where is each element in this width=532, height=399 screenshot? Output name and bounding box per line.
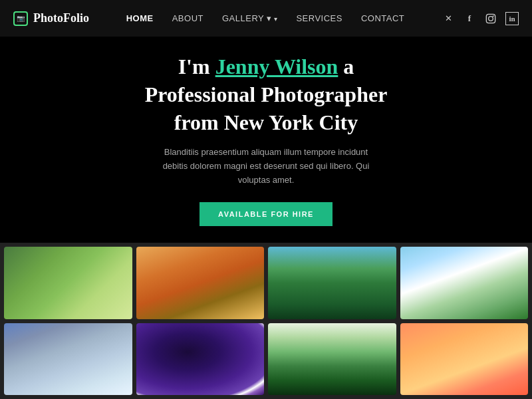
nav-links: HOME ABOUT GALLERY ▾ SERVICES CONTACT [126,13,405,23]
nav-gallery[interactable]: GALLERY ▾ [222,13,277,23]
gallery-item[interactable] [268,323,396,396]
nav-about[interactable]: ABOUT [172,13,203,23]
gallery-item[interactable] [268,247,396,319]
gallery-image-5 [4,323,132,396]
gallery-image-8 [400,323,529,396]
navbar: 📷 PhotoFolio HOME ABOUT GALLERY ▾ SERVIC… [0,0,532,37]
linkedin-icon[interactable]: in [505,12,519,25]
gallery-image-7 [268,323,396,396]
svg-rect-0 [486,14,495,23]
gallery-image-1 [4,247,132,319]
gallery-item[interactable] [400,323,529,396]
hero-subtitle: Blanditiis praesentium aliquam illum tem… [160,146,372,187]
gallery-item[interactable] [400,247,529,319]
gallery-image-6 [136,323,265,396]
gallery-item[interactable] [136,323,265,396]
available-for-hire-button[interactable]: AVAILABLE FOR HIRE [200,202,332,226]
hero-heading-prefix: I'm [178,55,215,78]
svg-point-2 [493,15,494,17]
facebook-icon[interactable]: f [463,12,476,25]
gallery-item[interactable] [4,323,132,396]
hero-name: Jenny Wilson [215,55,338,78]
nav-contact[interactable]: CONTACT [361,13,404,23]
svg-point-1 [489,16,493,21]
logo[interactable]: 📷 PhotoFolio [13,11,89,26]
gallery-item[interactable] [136,247,265,319]
hero-heading: I'm Jenny Wilson aProfessional Photograp… [145,53,388,136]
gallery-item[interactable] [4,247,132,319]
gallery-image-3 [268,247,396,319]
nav-home[interactable]: HOME [126,13,154,23]
logo-text: PhotoFolio [33,11,89,25]
gallery-image-2 [136,247,265,319]
nav-services[interactable]: SERVICES [296,13,342,23]
instagram-icon[interactable] [484,12,497,25]
social-icons: ✕ f in [442,12,519,25]
logo-icon: 📷 [13,11,28,26]
twitter-icon[interactable]: ✕ [442,12,455,25]
hero-section: I'm Jenny Wilson aProfessional Photograp… [0,37,532,243]
gallery-image-4 [400,247,529,319]
gallery-grid [0,243,532,399]
